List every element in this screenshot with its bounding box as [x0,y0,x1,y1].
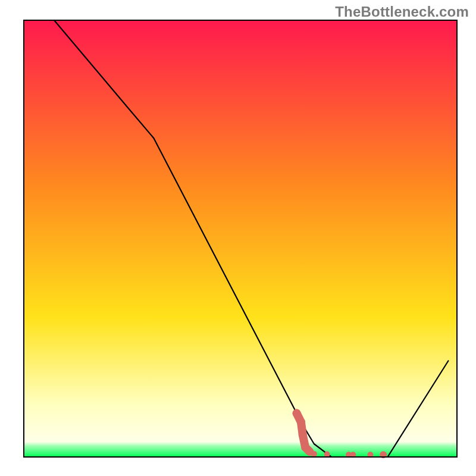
scatter-point [297,418,305,426]
bottleneck-chart [0,0,476,476]
chart-background [24,20,457,457]
scatter-point [293,409,301,418]
scatter-point [311,451,317,457]
chart-canvas: TheBottleneck.com [0,0,476,476]
scatter-point [299,431,307,439]
watermark-label: TheBottleneck.com [335,4,469,20]
plot-area [24,20,457,458]
